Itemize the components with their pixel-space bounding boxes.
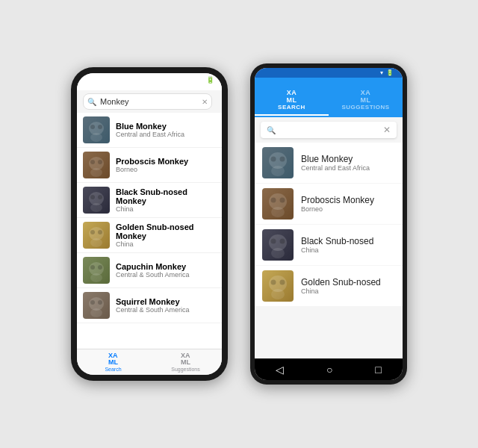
item-name: Squirrel Monkey — [116, 297, 190, 306]
iphone-list-item[interactable]: Blue Monkey Central and East Africa — [77, 113, 222, 148]
iphone-search-wrap[interactable]: 🔍 ✕ — [83, 93, 212, 110]
item-sub: China — [301, 246, 373, 254]
tab-label: Search — [105, 367, 121, 372]
android-appbar — [255, 78, 403, 85]
svg-point-29 — [271, 207, 285, 217]
item-sub: Borneo — [116, 166, 188, 173]
android-tab-search[interactable]: XA ML SEARCH — [255, 85, 329, 116]
svg-point-23 — [98, 300, 102, 305]
item-text: Proboscis Monkey Borneo — [116, 157, 188, 173]
svg-point-10 — [90, 195, 95, 199]
svg-point-5 — [90, 168, 102, 177]
item-name: Proboscis Monkey — [301, 195, 374, 205]
item-name: Blue Monkey — [116, 122, 184, 131]
tab-label: Suggestions — [171, 367, 200, 372]
svg-point-22 — [90, 300, 95, 305]
iphone-list-item[interactable]: Squirrel Monkey Central & South America — [77, 288, 222, 323]
item-sub: Central and East Africa — [116, 131, 184, 138]
monkey-thumbnail — [262, 147, 294, 178]
svg-point-39 — [280, 280, 285, 285]
monkey-thumbnail — [83, 152, 110, 178]
svg-point-30 — [271, 198, 276, 203]
svg-point-19 — [98, 265, 102, 270]
svg-point-15 — [98, 230, 102, 234]
android-list-item[interactable]: Golden Snub-nosed China — [255, 266, 403, 306]
item-sub: Borneo — [301, 205, 374, 213]
android-list-item[interactable]: Blue Monkey Central and East Africa — [255, 143, 403, 183]
android-list: Blue Monkey Central and East Africa Prob… — [255, 143, 403, 358]
monkey-thumbnail — [262, 229, 294, 261]
search-icon: 🔍 — [267, 126, 276, 134]
item-text: Proboscis Monkey Borneo — [301, 195, 374, 213]
iphone-list-item[interactable]: Black Snub-nosed Monkey China — [77, 183, 222, 218]
svg-point-17 — [90, 273, 102, 282]
android-tab-suggestions[interactable]: XA ML SUGGESTIONS — [329, 85, 403, 116]
android-list-item[interactable]: Proboscis Monkey Borneo — [255, 184, 403, 224]
item-sub: China — [116, 240, 216, 248]
tab-label: SEARCH — [278, 104, 305, 111]
monkey-thumbnail — [83, 116, 110, 143]
tab-icon: XA ML — [181, 352, 190, 366]
svg-point-14 — [90, 230, 95, 234]
svg-point-21 — [90, 308, 102, 317]
iphone-list: Blue Monkey Central and East Africa Prob… — [77, 113, 222, 349]
item-text: Squirrel Monkey Central & South America — [116, 297, 190, 314]
iphone-search-input[interactable] — [83, 93, 212, 110]
recents-button[interactable]: □ — [375, 364, 381, 376]
monkey-thumbnail — [262, 188, 294, 220]
svg-point-37 — [271, 289, 285, 299]
monkey-thumbnail — [83, 292, 110, 319]
iphone-tab-search[interactable]: XA ML Search — [77, 352, 149, 372]
battery-icon: 🔋 — [386, 69, 394, 76]
svg-point-2 — [90, 125, 95, 129]
tab-icon: XA ML — [255, 89, 329, 104]
back-button[interactable]: ◁ — [276, 364, 284, 376]
tab-label: SUGGESTIONS — [341, 104, 389, 111]
tab-icon: XA ML — [329, 89, 403, 104]
clear-icon[interactable]: ✕ — [202, 98, 208, 106]
battery-icon: 🔋 — [206, 76, 214, 84]
iphone-tabs: XA ML Search XA ML Suggestions — [77, 349, 222, 375]
iphone-list-item[interactable]: Capuchin Monkey Central & South America — [77, 253, 222, 288]
monkey-thumbnail — [83, 187, 110, 214]
item-text: Golden Snub-nosed China — [301, 277, 381, 295]
iphone-status-bar: 🔋 — [77, 73, 222, 85]
android-screen: ▾ 🔋 XA ML SEARCH XA ML SUGGESTIONS 🔍 ✕ B — [255, 68, 403, 380]
item-text: Capuchin Monkey Central & South America — [116, 262, 190, 279]
svg-point-35 — [280, 239, 285, 244]
item-text: Golden Snub-nosed Monkey China — [116, 223, 216, 248]
item-sub: China — [301, 287, 381, 295]
android-navbar: ◁○□ — [255, 358, 403, 380]
item-sub: Central & South America — [116, 271, 190, 279]
svg-point-3 — [98, 125, 102, 129]
android-status-bar: ▾ 🔋 — [255, 68, 403, 78]
svg-point-27 — [280, 157, 285, 162]
item-name: Proboscis Monkey — [116, 157, 188, 166]
android-search-row[interactable]: 🔍 ✕ — [261, 122, 397, 138]
item-sub: China — [116, 205, 216, 213]
android-device: ▾ 🔋 XA ML SEARCH XA ML SUGGESTIONS 🔍 ✕ B — [250, 63, 407, 385]
android-clear-button[interactable]: ✕ — [383, 125, 391, 135]
iphone-app-title — [77, 85, 222, 90]
svg-point-38 — [271, 280, 276, 285]
monkey-thumbnail — [262, 270, 294, 302]
svg-point-7 — [98, 160, 102, 164]
monkey-thumbnail — [83, 222, 110, 249]
svg-point-13 — [90, 238, 102, 247]
svg-point-9 — [90, 203, 102, 212]
home-button[interactable]: ○ — [326, 364, 332, 376]
svg-point-31 — [280, 198, 285, 203]
iphone-tab-suggestions[interactable]: XA ML Suggestions — [149, 352, 222, 372]
item-text: Blue Monkey Central and East Africa — [301, 154, 370, 172]
item-text: Black Snub-nosed China — [301, 236, 373, 254]
iphone-list-item[interactable]: Proboscis Monkey Borneo — [77, 148, 222, 183]
svg-point-6 — [90, 160, 95, 164]
iphone-list-item[interactable]: Golden Snub-nosed Monkey China — [77, 218, 222, 253]
android-list-item[interactable]: Black Snub-nosed China — [255, 225, 403, 265]
item-name: Black Snub-nosed Monkey — [116, 187, 216, 205]
item-text: Blue Monkey Central and East Africa — [116, 122, 184, 138]
wifi-icon: ▾ — [380, 69, 383, 76]
item-name: Capuchin Monkey — [116, 262, 190, 271]
item-name: Blue Monkey — [301, 154, 370, 164]
svg-point-11 — [98, 195, 102, 199]
